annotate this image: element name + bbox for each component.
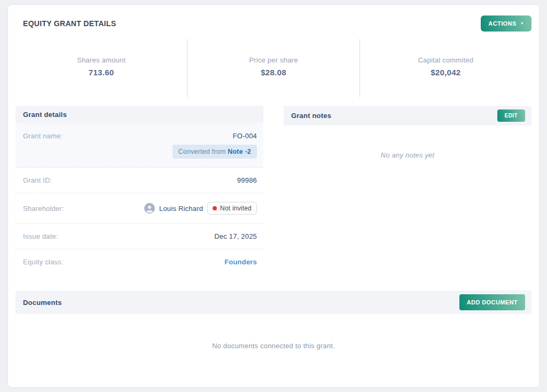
avatar <box>144 203 155 214</box>
not-invited-label: Not invited <box>220 205 252 212</box>
row-label: Shareholder: <box>23 205 64 213</box>
stat-value: $20,042 <box>360 68 532 77</box>
stat-label: Capital commited <box>360 56 532 64</box>
grant-details-panel: Grant details Grant name: FO-004 Convert… <box>15 106 263 275</box>
equity-class-link[interactable]: Founders <box>224 258 257 266</box>
grant-name-values: FO-004 Converted from Note -2 <box>173 132 257 159</box>
shareholder-info: Louis Richard Not invited <box>144 202 257 215</box>
notes-empty-message: No any notes yet <box>284 151 532 159</box>
row-label: Equity class: <box>23 258 64 266</box>
documents-empty-message: No documents connected to this grant. <box>15 342 532 350</box>
shareholder-name: Louis Richard <box>159 205 203 213</box>
row-label: Grant ID: <box>23 176 52 184</box>
converted-note-link: Note -2 <box>228 148 251 155</box>
stats-row: Shares amount 713.60 Price per share $28… <box>15 39 532 97</box>
add-document-button[interactable]: ADD DOCUMENT <box>459 294 525 310</box>
stat-value: 713.60 <box>15 68 187 77</box>
stat-label: Shares amount <box>15 56 187 64</box>
grant-notes-panel: Grant notes EDIT No any notes yet <box>284 106 532 275</box>
topbar: EQUITY GRANT DETAILS ACTIONS ▼ <box>15 5 532 37</box>
content-columns: Grant details Grant name: FO-004 Convert… <box>15 106 532 275</box>
row-issue-date: Issue date: Dec 17, 2025 <box>15 224 263 249</box>
row-grant-id: Grant ID: 99986 <box>15 168 263 193</box>
equity-grant-card: EQUITY GRANT DETAILS ACTIONS ▼ Shares am… <box>7 4 540 388</box>
documents-header: Documents ADD DOCUMENT <box>15 291 532 314</box>
grant-notes-header: Grant notes EDIT <box>284 106 532 126</box>
stat-price-per-share: Price per share $28.08 <box>187 39 359 97</box>
converted-from-note-badge[interactable]: Converted from Note -2 <box>173 145 257 159</box>
stat-shares-amount: Shares amount 713.60 <box>15 39 187 97</box>
row-grant-name: Grant name: FO-004 Converted from Note -… <box>15 123 263 168</box>
documents-title: Documents <box>23 299 62 307</box>
issue-date-value: Dec 17, 2025 <box>214 232 257 240</box>
edit-notes-button[interactable]: EDIT <box>497 109 525 122</box>
converted-from-text: Converted from <box>178 148 228 155</box>
row-label: Grant name: <box>23 132 62 140</box>
grant-details-header: Grant details <box>15 106 263 123</box>
not-invited-badge: Not invited <box>207 202 257 215</box>
row-equity-class: Equity class: Founders <box>15 249 263 275</box>
stat-value: $28.08 <box>187 68 359 77</box>
page-title: EQUITY GRANT DETAILS <box>23 19 116 28</box>
grant-notes-title: Grant notes <box>291 112 331 120</box>
chevron-down-icon: ▼ <box>520 21 524 25</box>
row-label: Issue date: <box>23 232 58 240</box>
actions-button-label: ACTIONS <box>488 20 516 27</box>
grant-name-value: FO-004 <box>233 132 257 140</box>
status-dot-icon <box>213 206 217 210</box>
actions-button[interactable]: ACTIONS ▼ <box>481 15 532 32</box>
stat-capital-commited: Capital commited $20,042 <box>360 39 532 97</box>
grant-id-value: 99986 <box>237 176 257 184</box>
row-shareholder: Shareholder: Louis Richard Not invited <box>15 193 263 224</box>
stat-label: Price per share <box>187 56 359 64</box>
